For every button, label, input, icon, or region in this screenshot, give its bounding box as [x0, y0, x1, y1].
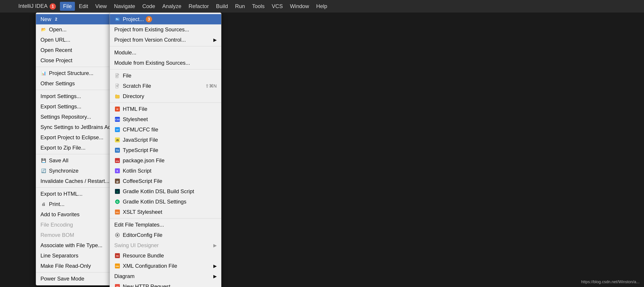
svg-marker-4: [118, 73, 119, 75]
menu-item-editorconfig-file[interactable]: EditorConfig File: [110, 230, 221, 240]
menubar-build-label: Build: [216, 3, 228, 9]
menubar-build[interactable]: Build: [213, 2, 231, 11]
new-submenu-wrapper: Project... 3 Project from Existing Sourc…: [110, 13, 222, 287]
menu-item-diagram[interactable]: Diagram ▶: [110, 271, 221, 281]
xml-config-arrow-icon: ▶: [213, 263, 217, 269]
editorconfig-label: EditorConfig File: [123, 232, 162, 238]
menu-item-new-http-request[interactable]: API New HTTP Request: [110, 281, 221, 287]
new-submenu: Project... 3 Project from Existing Sourc…: [110, 13, 222, 287]
menu-item-stylesheet[interactable]: CSS Stylesheet: [110, 114, 221, 124]
scratch-file-label: Scratch File: [123, 83, 151, 89]
menu-item-js-file[interactable]: JS JavaScript File: [110, 135, 221, 145]
menu-item-directory[interactable]: Directory: [110, 91, 221, 101]
menu-item-project[interactable]: Project... 3: [110, 14, 221, 25]
menu-item-module[interactable]: Module...: [110, 48, 221, 58]
menu-item-gradle-kotlin-build[interactable]: G Gradle Kotlin DSL Build Script: [110, 186, 221, 197]
js-file-icon: JS: [114, 137, 120, 143]
synchronize-label: Synchronize: [49, 168, 78, 174]
menu-item-cfml[interactable]: CF CFML/CFC file: [110, 124, 221, 135]
menubar-app-name[interactable]: IntelliJ IDEA 1: [15, 2, 59, 11]
menubar-code[interactable]: Code: [139, 2, 158, 11]
svg-text:G: G: [116, 191, 118, 193]
svg-rect-5: [116, 76, 118, 76]
menu-item-coffee-file[interactable]: ☕ CoffeeScript File: [110, 176, 221, 186]
menubar-help[interactable]: Help: [313, 2, 330, 11]
open-url-label: Open URL...: [40, 37, 70, 43]
menubar-navigate-label: Navigate: [114, 3, 135, 9]
menubar-vcs[interactable]: VCS: [268, 2, 286, 11]
project-badge: 3: [146, 16, 152, 22]
menubar-run[interactable]: Run: [232, 2, 248, 11]
svg-text:☕: ☕: [116, 180, 119, 183]
new-sep-3: [110, 103, 221, 103]
menu-item-pkg-json[interactable]: pkg package.json File: [110, 155, 221, 166]
editorconfig-icon: [114, 232, 120, 238]
svg-text:CSS: CSS: [115, 118, 120, 121]
diagram-label: Diagram: [114, 273, 134, 279]
scratch-file-shortcut: ⇧⌘N: [205, 83, 217, 89]
badge-1: 1: [50, 3, 56, 10]
swing-ui-designer-label: Swing UI Designer: [114, 242, 159, 248]
menubar-analyze-label: Analyze: [162, 3, 181, 9]
menubar-navigate[interactable]: Navigate: [111, 2, 138, 11]
gradle-kotlin-settings-label: Gradle Kotlin DSL Settings: [123, 199, 186, 205]
svg-text:H: H: [116, 108, 118, 111]
menu-item-file[interactable]: File: [110, 71, 221, 81]
export-eclipse-label: Export Project to Eclipse...: [40, 134, 103, 141]
invalidate-caches-label: Invalidate Caches / Restart...: [40, 178, 109, 184]
open-icon: 📂: [40, 27, 47, 33]
power-save-label: Power Save Mode: [40, 275, 84, 282]
menu-item-html-file[interactable]: H HTML File: [110, 104, 221, 114]
directory-icon: [114, 93, 120, 99]
other-settings-label: Other Settings: [40, 80, 75, 87]
menubar-file[interactable]: File: [60, 2, 75, 11]
settings-repo-label: Settings Repository...: [40, 114, 91, 120]
menu-item-resource-bundle[interactable]: RB Resource Bundle: [110, 250, 221, 261]
menu-item-xslt-stylesheet[interactable]: XSL XSLT Stylesheet: [110, 207, 221, 217]
menubar-run-label: Run: [235, 3, 245, 9]
menubar-refactor[interactable]: Refactor: [185, 2, 212, 11]
gradle-kotlin-build-label: Gradle Kotlin DSL Build Script: [123, 188, 194, 194]
menubar-view-label: View: [95, 3, 107, 9]
pkg-json-icon: pkg: [114, 157, 120, 164]
svg-rect-1: [116, 18, 118, 19]
export-settings-label: Export Settings...: [40, 103, 82, 110]
svg-text:pkg: pkg: [116, 160, 119, 162]
svg-text:RB: RB: [116, 255, 119, 257]
menubar-tools[interactable]: Tools: [249, 2, 268, 11]
print-icon: 🖨: [40, 201, 47, 207]
new-http-request-icon: API: [114, 283, 120, 287]
menubar-window-label: Window: [290, 3, 309, 9]
menu-item-xml-config[interactable]: XML XML Configuration File ▶: [110, 261, 221, 271]
menu-item-module-existing[interactable]: Module from Existing Sources...: [110, 58, 221, 68]
menu-item-kotlin-script[interactable]: K Kotlin Script: [110, 166, 221, 176]
export-html-label: Export to HTML...: [40, 191, 82, 197]
file-encoding-label: File Encoding: [40, 222, 73, 228]
add-favorites-label: Add to Favorites: [40, 211, 80, 218]
new-sep-2: [110, 69, 221, 69]
menubar-code-label: Code: [142, 3, 155, 9]
menu-item-scratch-file[interactable]: Scratch File ⇧⌘N: [110, 81, 221, 91]
proj-existing-label: Project from Existing Sources...: [114, 27, 189, 33]
menu-item-gradle-kotlin-settings[interactable]: G Gradle Kotlin DSL Settings: [110, 197, 221, 207]
menu-item-edit-file-templates[interactable]: Edit File Templates...: [110, 220, 221, 230]
remove-bom-label: Remove BOM: [40, 232, 74, 238]
menubar-view[interactable]: View: [92, 2, 110, 11]
new-http-request-label: New HTTP Request: [123, 283, 170, 287]
menubar-help-label: Help: [316, 3, 327, 9]
menu-item-ts-file[interactable]: TS TypeScript File: [110, 145, 221, 155]
cfml-icon: CF: [114, 127, 120, 133]
proj-vcs-label: Project from Version Control...: [114, 37, 186, 43]
menubar-analyze[interactable]: Analyze: [159, 2, 184, 11]
file-label: File: [123, 73, 132, 79]
proj-vcs-arrow-icon: ▶: [213, 37, 217, 43]
menu-item-proj-vcs[interactable]: Project from Version Control... ▶: [110, 35, 221, 45]
menu-item-proj-existing[interactable]: Project from Existing Sources...: [110, 25, 221, 35]
menubar-edit[interactable]: Edit: [76, 2, 91, 11]
print-label: Print...: [49, 201, 64, 207]
svg-rect-2: [116, 19, 118, 20]
new-sep-1: [110, 46, 221, 46]
module-existing-label: Module from Existing Sources...: [114, 60, 190, 66]
svg-text:JS: JS: [116, 139, 119, 141]
menubar-window[interactable]: Window: [287, 2, 312, 11]
